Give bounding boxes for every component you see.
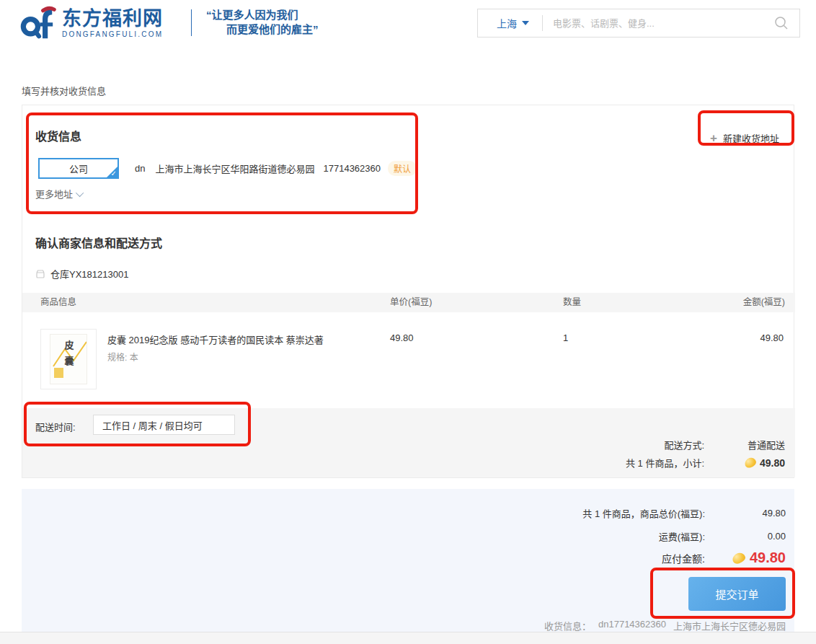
slogan-line-1: “让更多人因为我们: [206, 8, 319, 22]
search-bar: 上海: [477, 9, 800, 38]
book-cover-title: 皮囊: [62, 340, 76, 372]
product-unit-price: 49.80: [390, 332, 414, 343]
address-row: 公司 ✓ dn 上海市上海长宁区华阳路街道德必易园 17714362360 默认: [38, 158, 417, 179]
plus-icon: +: [710, 133, 717, 144]
logo-title: 东方福利网: [62, 8, 163, 30]
total-label: 共 1 件商品，商品总价(福豆):: [582, 506, 705, 520]
header-slogan: “让更多人因为我们 而更爱他们的雇主”: [206, 8, 319, 37]
submit-order-button[interactable]: 提交订单: [688, 577, 786, 611]
total-value: 49.80: [705, 508, 786, 519]
chevron-down-icon: [76, 188, 84, 196]
product-quantity: 1: [563, 332, 568, 343]
receiver-address: 上海市上海长宁区华阳路街道德必易园: [155, 162, 314, 175]
book-cover: 皮囊: [50, 334, 87, 384]
default-badge: 默认: [388, 161, 417, 176]
spec-value: 本: [130, 353, 138, 363]
order-card: 收货信息 + 新建收货地址 公司 ✓ dn 上海市上海长宁区华阳路街道德必易园 …: [22, 105, 794, 478]
slogan-line-2: 而更爱他们的雇主”: [206, 22, 319, 37]
bean-coin-icon: [743, 456, 757, 469]
subtotal-row: 共 1 件商品，小计: 49.80: [626, 456, 785, 469]
delivery-method-label: 配送方式:: [664, 438, 704, 451]
order-summary-panel: 共 1 件商品，商品总价(福豆): 49.80 运费(福豆): 0.00 应付金…: [22, 489, 794, 632]
payable-value: 49.80: [750, 550, 786, 566]
search-icon[interactable]: [773, 15, 789, 31]
new-address-label: 新建收货地址: [723, 131, 779, 145]
shipping-section-title: 收货信息: [35, 127, 81, 144]
delivery-time-select[interactable]: 工作日 / 周末 / 假日均可: [93, 415, 235, 435]
delivery-section: 配送时间: 工作日 / 周末 / 假日均可 配送方式: 普通配送 共 1 件商品…: [22, 408, 795, 477]
delivery-time-label: 配送时间:: [35, 420, 76, 433]
freight-row: 运费(福豆): 0.00: [659, 529, 786, 543]
subtotal-label: 共 1 件商品，小计:: [626, 456, 704, 469]
product-spec: 规格: 本: [107, 350, 138, 363]
total-row: 共 1 件商品，商品总价(福豆): 49.80: [582, 506, 786, 520]
product-amount: 49.80: [760, 332, 784, 343]
site-logo[interactable]: 东方福利网 DONGFANGFULI.COM: [20, 6, 163, 40]
freight-value: 0.00: [705, 531, 786, 542]
payable-row: 应付金额: 49.80: [662, 550, 786, 566]
search-input[interactable]: [543, 18, 773, 29]
receiver-summary: 收货信息： dn17714362360 上海市上海长宁区德必易园: [544, 619, 786, 632]
delivery-time-value: 工作日 / 周末 / 假日均可: [102, 418, 203, 432]
bean-coin-icon: [731, 551, 746, 565]
city-selector[interactable]: 上海: [478, 16, 542, 30]
address-tag-label: 公司: [69, 162, 88, 175]
payable-label: 应付金额:: [662, 551, 705, 565]
more-addresses-toggle[interactable]: 更多地址: [35, 187, 84, 200]
breadcrumb: 填写并核对收货信息: [22, 84, 106, 97]
receiver-summary-name: dn17714362360: [598, 619, 666, 632]
footer-strip: [0, 632, 816, 644]
product-table-header: 商品信息 单价(福豆) 数量 金额(福豆): [22, 293, 795, 312]
more-addresses-label: 更多地址: [35, 187, 73, 200]
receiver-name: dn: [135, 163, 145, 174]
receiver-summary-label: 收货信息：: [544, 619, 591, 632]
logo-subtitle: DONGFANGFULI.COM: [62, 30, 163, 38]
col-amount: 金额(福豆): [743, 293, 785, 312]
merchant-section-title: 确认商家信息和配送方式: [35, 234, 162, 251]
check-icon: ✓: [111, 169, 117, 177]
product-image[interactable]: 皮囊: [40, 329, 97, 389]
address-tag-card[interactable]: 公司 ✓: [38, 158, 119, 179]
city-label: 上海: [497, 16, 517, 30]
warehouse-row: 仓库YX181213001: [35, 267, 128, 281]
spec-label: 规格:: [107, 353, 127, 363]
warehouse-label: 仓库YX181213001: [50, 267, 128, 281]
freight-label: 运费(福豆):: [659, 529, 705, 543]
subtotal-value: 49.80: [760, 457, 785, 469]
receiver-summary-address: 上海市上海长宁区德必易园: [673, 619, 786, 632]
caret-down-icon: [522, 21, 529, 25]
logo-text: 东方福利网 DONGFANGFULI.COM: [62, 8, 163, 38]
col-product-info: 商品信息: [40, 293, 76, 312]
product-title[interactable]: 皮囊 2019纪念版 感动千万读者的国民读本 蔡崇达著: [107, 332, 410, 346]
new-address-button[interactable]: + 新建收货地址: [710, 131, 779, 145]
store-icon: [35, 269, 45, 279]
delivery-method-row: 配送方式: 普通配送: [664, 438, 785, 451]
col-unit-price: 单价(福豆): [390, 293, 432, 312]
receiver-phone: 17714362360: [323, 163, 381, 174]
col-quantity: 数量: [563, 293, 581, 312]
logo-mark-icon: [20, 6, 56, 40]
header-divider: [191, 9, 192, 36]
delivery-method-value: 普通配送: [704, 438, 785, 451]
